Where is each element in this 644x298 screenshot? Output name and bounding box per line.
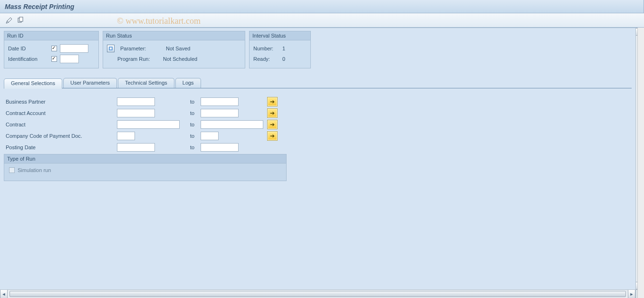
posting-date-from-input[interactable]	[117, 143, 155, 152]
tabstrip: General Selections User Parameters Techn…	[4, 77, 632, 88]
business-partner-label: Business Partner	[4, 99, 117, 105]
company-code-from-input[interactable]	[117, 132, 135, 140]
tab-logs[interactable]: Logs	[175, 78, 201, 88]
tab-user-parameters-label: User Parameters	[70, 80, 110, 86]
group-run-id: Run ID Date ID Identification	[4, 31, 99, 68]
simulation-run-label: Simulation run	[18, 167, 51, 173]
outer-vertical-scrollbar[interactable]	[637, 28, 644, 298]
simulation-run-checkbox	[9, 167, 15, 173]
parameter-label: Parameter:	[120, 46, 163, 51]
interval-number-label: Number:	[253, 46, 279, 51]
interval-number-value: 1	[282, 46, 285, 51]
parameter-status-icon[interactable]	[107, 45, 115, 52]
date-id-label: Date ID	[8, 46, 48, 51]
svg-rect-3	[110, 48, 112, 49]
tab-technical-settings[interactable]: Technical Settings	[118, 78, 174, 88]
contract-from-input[interactable]	[117, 120, 180, 129]
date-id-checkbox[interactable]	[51, 46, 57, 51]
svg-rect-1	[19, 17, 23, 21]
interval-ready-label: Ready:	[253, 56, 279, 62]
identification-checkbox[interactable]	[51, 56, 57, 62]
page-title: Mass Receipt Printing	[5, 3, 74, 10]
work-area: Run ID Date ID Identification	[0, 28, 635, 289]
horizontal-scroll-thumb[interactable]	[10, 291, 626, 297]
group-run-status-title: Run Status	[103, 31, 245, 40]
interval-ready-value: 0	[282, 56, 285, 62]
posting-date-label: Posting Date	[4, 144, 117, 150]
arrow-right-icon: ➔	[270, 121, 275, 128]
arrow-right-icon: ➔	[270, 133, 275, 139]
group-type-of-run: Type of Run Simulation run	[4, 154, 287, 181]
contract-account-from-input[interactable]	[117, 109, 155, 117]
company-code-label: Company Code of Payment Doc.	[4, 133, 117, 139]
group-run-status: Run Status Parameter: Not Saved Program …	[103, 31, 245, 68]
type-of-run-title: Type of Run	[4, 154, 286, 163]
group-interval-status-title: Interval Status	[250, 31, 310, 40]
posting-date-to-input[interactable]	[201, 143, 239, 152]
bp-multiple-selection-button[interactable]: ➔	[267, 97, 278, 106]
contract-label: Contract	[4, 122, 117, 127]
identification-label: Identification	[8, 56, 48, 62]
identification-input[interactable]	[60, 55, 79, 63]
tab-content-general: Business Partner to ➔ Contract Account t…	[4, 88, 632, 181]
contract-account-to-input[interactable]	[201, 109, 239, 117]
arrow-right-icon: ➔	[270, 110, 275, 116]
co-to-label: to	[182, 122, 201, 127]
scroll-left-arrow-icon[interactable]: ◄	[0, 290, 8, 298]
arrow-right-icon: ➔	[270, 98, 275, 105]
cc-multiple-selection-button[interactable]: ➔	[267, 131, 278, 141]
tab-technical-settings-label: Technical Settings	[125, 80, 167, 86]
pd-to-label: to	[182, 144, 201, 150]
tab-general-selections-label: General Selections	[11, 80, 55, 86]
tool-copy-icon[interactable]	[16, 16, 25, 25]
business-partner-from-input[interactable]	[117, 97, 155, 106]
app-toolbar	[0, 13, 644, 28]
tool-display-change-icon[interactable]	[5, 16, 13, 25]
program-run-value: Not Scheduled	[163, 56, 197, 62]
tab-user-parameters[interactable]: User Parameters	[63, 78, 117, 88]
contract-account-label: Contract Account	[4, 110, 117, 116]
horizontal-scrollbar[interactable]: ◄ ►	[0, 289, 635, 298]
group-interval-status: Interval Status Number: 1 Ready: 0	[249, 31, 311, 68]
company-code-to-input[interactable]	[201, 132, 219, 140]
date-id-input[interactable]	[60, 44, 88, 53]
page-title-bar: Mass Receipt Printing	[0, 0, 644, 13]
cc-to-label: to	[182, 133, 201, 139]
program-run-label: Program Run:	[117, 56, 160, 62]
group-run-id-title: Run ID	[4, 31, 98, 40]
horizontal-scroll-track[interactable]	[8, 290, 628, 298]
ca-to-label: to	[182, 110, 201, 116]
parameter-value: Not Saved	[166, 46, 190, 51]
contract-to-input[interactable]	[201, 120, 263, 129]
business-partner-to-input[interactable]	[201, 97, 239, 106]
bp-to-label: to	[182, 99, 201, 105]
tab-logs-label: Logs	[183, 80, 194, 86]
ca-multiple-selection-button[interactable]: ➔	[267, 108, 278, 118]
scroll-right-arrow-icon[interactable]: ►	[628, 290, 635, 298]
tab-general-selections[interactable]: General Selections	[4, 78, 62, 89]
co-multiple-selection-button[interactable]: ➔	[267, 120, 278, 129]
